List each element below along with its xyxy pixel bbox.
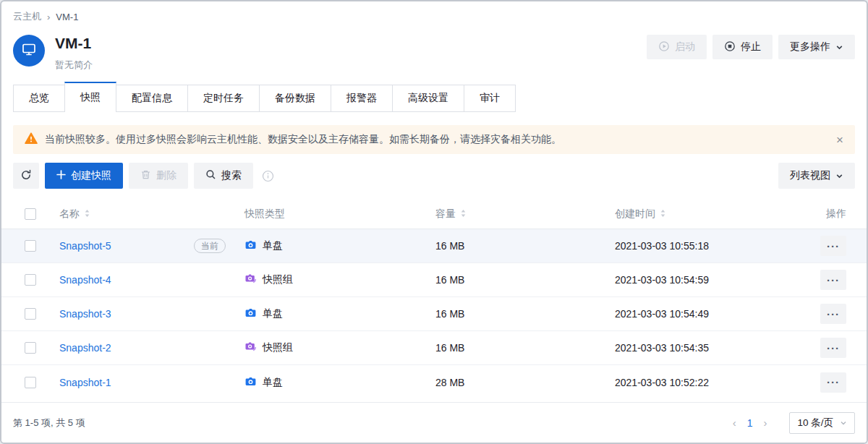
- breadcrumb-current: VM-1: [56, 12, 78, 22]
- banner-message: 当前快照较多。使用过多快照会影响云主机性能、数据安全以及主存储容量。如需长期备份…: [45, 133, 561, 146]
- snapshot-type-label: 单盘: [263, 376, 283, 389]
- next-page-icon[interactable]: ›: [763, 417, 767, 429]
- start-vm-button[interactable]: 启动: [647, 35, 707, 59]
- delete-snapshot-button[interactable]: 删除: [129, 163, 188, 189]
- snapshot-type-label: 快照组: [263, 273, 293, 286]
- table-row: Snapshot-5 当前 单盘 16 MB 2021-03-03 10:55:…: [1, 229, 867, 263]
- snapshot-type-label: 单盘: [263, 307, 283, 320]
- snapshot-warning-banner: 当前快照较多。使用过多快照会影响云主机性能、数据安全以及主存储容量。如需长期备份…: [13, 125, 855, 154]
- row-checkbox[interactable]: [25, 342, 36, 354]
- snapshot-name-link[interactable]: Snapshot-2: [59, 342, 111, 354]
- table-header: 名称 快照类型 容量 创建时间 操作: [1, 199, 867, 229]
- tab-alarms[interactable]: 报警器: [331, 85, 393, 112]
- snapshot-capacity: 16 MB: [435, 240, 615, 252]
- row-actions-button[interactable]: ···: [820, 338, 846, 358]
- column-header-created[interactable]: 创建时间: [615, 208, 666, 221]
- tab-bar: 总览 快照 配置信息 定时任务 备份数据 报警器 高级设置 审计: [1, 82, 867, 112]
- sort-icon: [660, 208, 666, 220]
- tab-configuration[interactable]: 配置信息: [116, 85, 188, 112]
- stop-vm-button[interactable]: 停止: [712, 35, 773, 59]
- vm-detail-page: 云主机 › VM-1 VM-1 暂无简介 启动: [0, 0, 868, 444]
- column-header-type: 快照类型: [244, 208, 285, 221]
- more-actions-button[interactable]: 更多操作: [778, 35, 855, 59]
- snapshot-created-time: 2021-03-03 10:54:59: [615, 274, 819, 286]
- snapshot-table: 名称 快照类型 容量 创建时间 操作 Snapshot-5 当前: [1, 199, 867, 399]
- trash-icon: [140, 169, 151, 182]
- table-row: Snapshot-1 单盘 28 MB 2021-03-03 10:52:22 …: [1, 365, 867, 399]
- row-actions-button[interactable]: ···: [820, 304, 846, 324]
- info-icon[interactable]: [262, 170, 274, 182]
- snapshot-capacity: 28 MB: [435, 377, 615, 388]
- column-header-name[interactable]: 名称: [59, 208, 90, 221]
- snapshot-created-time: 2021-03-03 10:54:35: [615, 342, 819, 354]
- close-icon[interactable]: ×: [836, 134, 843, 146]
- row-checkbox[interactable]: [25, 240, 36, 252]
- create-snapshot-button[interactable]: 创建快照: [45, 163, 123, 189]
- monitor-icon: [20, 40, 38, 61]
- snapshot-name-link[interactable]: Snapshot-1: [59, 377, 111, 388]
- breadcrumb-separator: ›: [47, 12, 50, 22]
- breadcrumb: 云主机 › VM-1: [13, 10, 855, 23]
- search-button[interactable]: 搜索: [194, 163, 253, 189]
- tab-snapshots[interactable]: 快照: [64, 82, 116, 112]
- tab-overview[interactable]: 总览: [13, 85, 65, 112]
- snapshot-created-time: 2021-03-03 10:55:18: [615, 240, 819, 252]
- snapshot-capacity: 16 MB: [435, 308, 615, 320]
- row-actions-button[interactable]: ···: [820, 236, 846, 256]
- vm-avatar: [13, 35, 45, 67]
- column-header-capacity[interactable]: 容量: [435, 208, 467, 221]
- snapshot-name-link[interactable]: Snapshot-5: [59, 240, 111, 252]
- table-row: Snapshot-2 快照组 16 MB 2021-03-03 10:54:35…: [1, 331, 867, 365]
- pagination: ‹ 1 › 10 条/页: [733, 412, 855, 434]
- play-circle-icon: [658, 40, 670, 54]
- column-header-actions: 操作: [826, 208, 846, 221]
- page-size-select[interactable]: 10 条/页: [789, 412, 855, 434]
- snapshot-type-label: 单盘: [263, 239, 283, 252]
- snapshot-toolbar: 创建快照 删除 搜索 列表视图: [13, 163, 855, 189]
- snapshot-single-icon: [244, 307, 257, 321]
- select-all-checkbox[interactable]: [25, 208, 36, 220]
- search-icon: [205, 169, 216, 182]
- table-row: Snapshot-4 快照组 16 MB 2021-03-03 10:54:59…: [1, 263, 867, 297]
- snapshot-single-icon: [244, 375, 257, 390]
- snapshot-group-icon: [244, 341, 257, 355]
- page-header: VM-1 暂无简介 启动 停止 更多操作: [1, 35, 867, 72]
- breadcrumb-vm-list[interactable]: 云主机: [13, 10, 41, 23]
- prev-page-icon[interactable]: ‹: [733, 417, 736, 429]
- snapshot-created-time: 2021-03-03 10:52:22: [615, 377, 819, 388]
- current-badge: 当前: [194, 239, 226, 253]
- sort-icon: [84, 208, 90, 220]
- chevron-down-icon: [835, 43, 843, 51]
- tab-audit[interactable]: 审计: [464, 85, 516, 112]
- snapshot-single-icon: [244, 239, 257, 253]
- sort-icon: [460, 208, 467, 220]
- tab-backup-data[interactable]: 备份数据: [259, 85, 331, 112]
- row-checkbox[interactable]: [25, 274, 36, 286]
- tab-advanced-settings[interactable]: 高级设置: [392, 85, 464, 112]
- chevron-down-icon: [840, 419, 847, 427]
- snapshot-capacity: 16 MB: [435, 274, 615, 286]
- snapshot-name-link[interactable]: Snapshot-3: [59, 308, 111, 320]
- snapshot-group-icon: [244, 273, 257, 287]
- snapshot-name-link[interactable]: Snapshot-4: [59, 274, 111, 286]
- snapshot-created-time: 2021-03-03 10:54:49: [615, 308, 819, 320]
- page-title: VM-1: [55, 35, 93, 52]
- snapshot-type-label: 快照组: [263, 341, 293, 354]
- chevron-down-icon: [835, 172, 843, 180]
- row-checkbox[interactable]: [25, 308, 36, 320]
- table-row: Snapshot-3 单盘 16 MB 2021-03-03 10:54:49 …: [1, 297, 867, 331]
- tab-scheduled-tasks[interactable]: 定时任务: [187, 85, 260, 112]
- pagination-summary: 第 1-5 项, 共 5 项: [13, 417, 85, 430]
- refresh-icon: [20, 169, 32, 183]
- refresh-button[interactable]: [13, 163, 39, 189]
- view-mode-dropdown[interactable]: 列表视图: [778, 163, 855, 189]
- row-actions-button[interactable]: ···: [820, 372, 846, 393]
- row-actions-button[interactable]: ···: [820, 270, 846, 290]
- table-footer: 第 1-5 项, 共 5 项 ‹ 1 › 10 条/页: [1, 402, 867, 443]
- row-checkbox[interactable]: [25, 377, 36, 388]
- stop-circle-icon: [724, 40, 736, 54]
- warning-triangle-icon: [25, 132, 38, 147]
- page-subtitle: 暂无简介: [55, 59, 93, 72]
- page-number[interactable]: 1: [747, 417, 753, 429]
- snapshot-capacity: 16 MB: [435, 342, 615, 354]
